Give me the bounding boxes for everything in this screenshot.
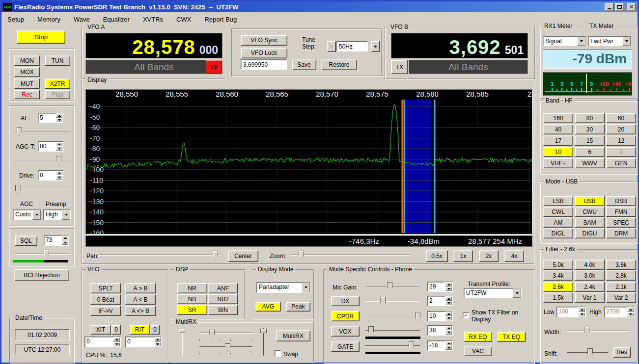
- sql-slider[interactable]: [13, 249, 71, 259]
- agc-dropdown-arrow[interactable]: [32, 210, 41, 220]
- a-to-b-button[interactable]: A > B: [125, 283, 156, 293]
- pan-slider-thumb[interactable]: [213, 251, 218, 260]
- cpdr-button[interactable]: CPDR: [331, 311, 360, 321]
- dx-button[interactable]: DX: [331, 296, 360, 306]
- filter-shift-slider[interactable]: [566, 348, 609, 358]
- xit-button[interactable]: XIT: [90, 325, 111, 335]
- gate-up-arrow[interactable]: [445, 341, 452, 345]
- spectrum-svg[interactable]: -40-50-60-70-80-90-100-110-120-130-140-1…: [86, 90, 532, 234]
- mic-gain-slider[interactable]: [364, 282, 421, 291]
- agct-slider-thumb[interactable]: [56, 156, 61, 165]
- filter-width-thumb[interactable]: [584, 327, 589, 336]
- vox-spinner[interactable]: 38: [427, 325, 453, 336]
- tune-step-value[interactable]: 50Hz: [336, 41, 368, 52]
- split-button[interactable]: SPLT: [90, 283, 121, 293]
- agc-dropdown[interactable]: Custo: [13, 209, 41, 220]
- tune-step-down-button[interactable]: -: [327, 41, 336, 52]
- filter-shift-thumb[interactable]: [587, 348, 593, 357]
- preamp-dropdown-arrow[interactable]: [62, 210, 70, 220]
- transmit-profile-dropdown-arrow[interactable]: [513, 288, 521, 298]
- menu-setup[interactable]: Setup: [7, 16, 24, 23]
- drive-slider-thumb[interactable]: [15, 185, 21, 194]
- pan-slider[interactable]: [98, 250, 222, 260]
- filter-3k-button[interactable]: 3.0k: [575, 270, 605, 281]
- band-30-button[interactable]: 30: [575, 124, 605, 134]
- band-gen-button[interactable]: GEN: [606, 158, 636, 168]
- vox-up-arrow[interactable]: [445, 326, 452, 330]
- vfo-a-frequency[interactable]: 28,578: [132, 39, 195, 55]
- filter-high-up-arrow[interactable]: [627, 308, 634, 312]
- band-60-button[interactable]: 60: [606, 113, 636, 123]
- display-mode-dropdown[interactable]: Panadapter: [256, 282, 310, 293]
- x2tr-button[interactable]: X2TR: [45, 78, 70, 89]
- mode-usb-button[interactable]: USB: [575, 196, 605, 206]
- mic-gain-spinner[interactable]: 29: [427, 282, 453, 292]
- menu-wave[interactable]: Wave: [74, 16, 90, 23]
- af-slider[interactable]: [13, 127, 71, 136]
- dx-down-arrow[interactable]: [445, 301, 452, 305]
- zero-beat-button[interactable]: 0 Beat: [90, 294, 121, 305]
- vox-slider[interactable]: [364, 326, 421, 336]
- multirx-pan-main-slider[interactable]: [179, 327, 186, 357]
- mode-digu-button[interactable]: DIGU: [575, 228, 605, 238]
- cpdr-down-arrow[interactable]: [445, 316, 452, 320]
- filter-1-5k-button[interactable]: 1.5k: [543, 292, 573, 303]
- filter-low-up-arrow[interactable]: [579, 308, 585, 312]
- swap-checkbox[interactable]: [275, 350, 281, 357]
- mode-lsb-button[interactable]: LSB: [543, 196, 573, 206]
- sql-slider-thumb[interactable]: [44, 250, 49, 259]
- filter-high-down-arrow[interactable]: [627, 312, 634, 317]
- cpdr-thumb[interactable]: [416, 312, 421, 321]
- zoom-slider-thumb[interactable]: [299, 251, 304, 260]
- filter-reset-button[interactable]: Res: [613, 347, 631, 358]
- dx-up-arrow[interactable]: [445, 297, 452, 301]
- band-17-button[interactable]: 17: [543, 135, 573, 146]
- multirx-gain-slider[interactable]: [198, 329, 253, 337]
- mode-am-button[interactable]: AM: [543, 217, 573, 228]
- band-15-button[interactable]: 15: [575, 135, 605, 146]
- filter-3-4k-button[interactable]: 3.4k: [543, 270, 573, 281]
- mode-cwu-button[interactable]: CWU: [575, 207, 605, 217]
- gate-button[interactable]: GATE: [331, 341, 360, 352]
- close-button[interactable]: ✕: [627, 3, 636, 11]
- b-to-a-button[interactable]: A < B: [125, 294, 156, 305]
- af-spinner[interactable]: 5: [38, 113, 63, 123]
- transmit-profile-dropdown[interactable]: UT2FW: [464, 288, 522, 298]
- rit-down-arrow[interactable]: [154, 342, 161, 347]
- band-6-button[interactable]: 6: [575, 147, 605, 157]
- mode-digl-button[interactable]: DIGL: [543, 228, 573, 238]
- sql-spinner[interactable]: 73: [44, 235, 69, 246]
- tune-step-up-button[interactable]: +: [371, 41, 380, 52]
- cpdr-up-arrow[interactable]: [445, 312, 452, 316]
- mon-button[interactable]: MON: [14, 55, 40, 66]
- show-tx-filter-checkbox[interactable]: ✓: [463, 312, 469, 318]
- menu-memory[interactable]: Memory: [37, 16, 60, 23]
- filter-2-1k-button[interactable]: 2.1k: [606, 282, 636, 292]
- rx-meter-dropdown-arrow[interactable]: [577, 37, 585, 46]
- rec-button[interactable]: Rec: [14, 90, 40, 99]
- sql-up-arrow[interactable]: [62, 236, 68, 240]
- filter-5k-button[interactable]: 5.0k: [543, 260, 573, 270]
- multirx-sub-level-thumb[interactable]: [260, 329, 267, 333]
- agct-down-arrow[interactable]: [56, 147, 62, 151]
- start-stop-button[interactable]: Stop: [17, 30, 65, 44]
- vfo-lock-button[interactable]: VFO Lock: [241, 48, 287, 58]
- agct-spinner[interactable]: 80: [38, 141, 63, 152]
- dx-thumb[interactable]: [380, 297, 386, 306]
- dx-spinner[interactable]: 2: [427, 296, 453, 306]
- cpdr-slider[interactable]: [364, 312, 421, 321]
- display-mode-dropdown-arrow[interactable]: [302, 283, 310, 292]
- af-up-arrow[interactable]: [56, 114, 62, 118]
- dsp-nb-button[interactable]: NB: [177, 294, 207, 304]
- band-wwv-button[interactable]: WWV: [575, 158, 605, 168]
- save-button[interactable]: Save: [292, 59, 316, 70]
- drive-slider[interactable]: [13, 184, 71, 194]
- dsp-nb2-button[interactable]: NB2: [208, 294, 238, 304]
- multirx-pan-sub-thumb[interactable]: [225, 343, 230, 351]
- dsp-sr-button[interactable]: SR: [177, 305, 207, 315]
- filter-2-8k-button[interactable]: 2.8k: [606, 270, 636, 281]
- xit-clear-button[interactable]: 0: [111, 325, 121, 335]
- bci-rejection-button[interactable]: BCI Rejection: [14, 269, 69, 281]
- zoom-slider[interactable]: [290, 250, 411, 260]
- band-10-button[interactable]: 10: [543, 147, 573, 157]
